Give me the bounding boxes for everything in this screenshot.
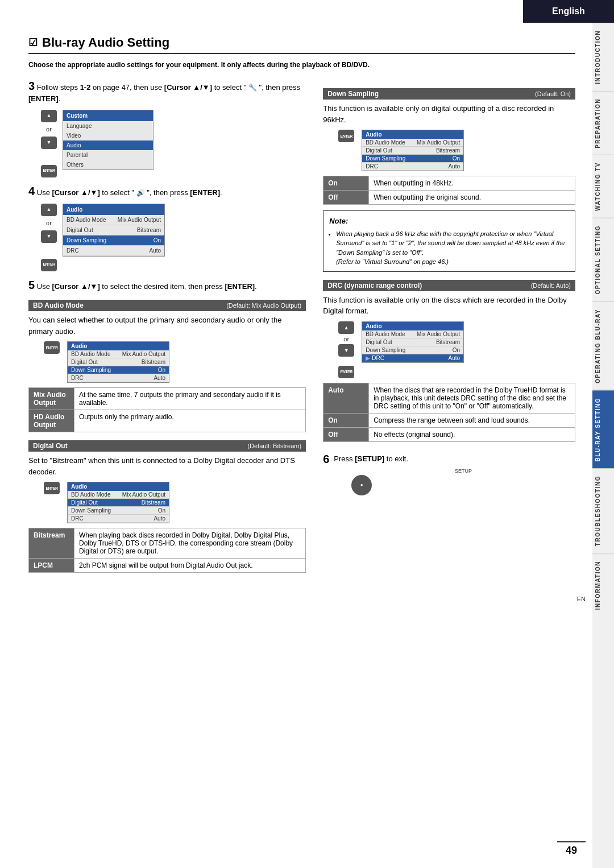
- enter-bd[interactable]: ENTER: [44, 341, 60, 354]
- mix-audio-desc: At the same time, 7 outputs the primary …: [74, 388, 306, 410]
- dig-row4: DRC Auto: [68, 515, 169, 523]
- sidebar-tab-information[interactable]: INFORMATION: [592, 553, 614, 617]
- digital-menu-box: Audio BD Audio Mode Mix Audio Output Dig…: [67, 482, 169, 523]
- enter-drc[interactable]: ENTER: [338, 366, 354, 378]
- sidebar-tab-introduction[interactable]: INTRODUCTION: [592, 23, 614, 91]
- down-drc[interactable]: [338, 344, 354, 357]
- sidebar-tab-optional-setting[interactable]: OPTIONAL SETTING: [592, 218, 614, 301]
- ds-menu-box: Audio BD Audio Mode Mix Audio Output Dig…: [362, 130, 464, 171]
- off-desc: When outputting the original sound.: [369, 191, 575, 205]
- drc-menu-row1: BD Audio Mode Mix Audio Output: [362, 330, 463, 338]
- table-row: Off When outputting the original sound.: [323, 191, 575, 205]
- right-sidebar: INTRODUCTION PREPARATION WATCHING TV OPT…: [592, 0, 614, 868]
- digital-out-desc: Set to "Bitstream" when this unit is con…: [28, 455, 306, 477]
- step3-number: 3: [28, 80, 35, 92]
- digital-out-header: Digital Out (Default: Bitstream): [28, 440, 306, 452]
- bd-audio-mode-default: (Default: Mix Audio Output): [226, 302, 301, 309]
- bitstream-desc: When playing back discs recorded in Dolb…: [74, 528, 306, 559]
- sidebar-tab-bluray-setting[interactable]: BLU-RAY SETTING: [592, 390, 614, 469]
- bd-audio-key: BD Audio Mode: [67, 216, 106, 224]
- bd-remote-side: ENTER: [41, 341, 63, 354]
- bd-audio-mode-desc: You can select whether to output the pri…: [28, 315, 306, 337]
- enter-button-step4[interactable]: ENTER: [41, 259, 57, 271]
- table-row: Mix AudioOutput At the same time, 7 outp…: [29, 388, 306, 410]
- menu-item-parental: Parental: [63, 150, 153, 160]
- col-right: Down Sampling (Default: On) This functio…: [323, 80, 575, 578]
- on-desc: When outputting in 48kHz.: [369, 176, 575, 191]
- enter-digital[interactable]: ENTER: [44, 482, 60, 494]
- bd-row3: Down Sampling On: [68, 366, 169, 374]
- enter-button-step3[interactable]: ENTER: [41, 165, 57, 177]
- digital-out-table: Bitstream When playing back discs record…: [28, 528, 306, 573]
- digital-out-val: Bitstream: [137, 226, 161, 234]
- drc-val: Auto: [149, 246, 161, 255]
- drc-header: DRC (dynamic range control) (Default: Au…: [323, 280, 575, 291]
- up-button-step4[interactable]: [41, 204, 57, 216]
- step5-text: Use [Cursor ▲/▼] to select the desired i…: [37, 282, 257, 291]
- drc-menu-row3: Down Sampling On: [362, 346, 463, 354]
- setup-btn-area: SETUP ●: [351, 468, 575, 495]
- auto-label: Auto: [323, 383, 369, 413]
- down-sampling-table: On When outputting in 48kHz. Off When ou…: [323, 176, 575, 205]
- bd-audio-table: Mix AudioOutput At the same time, 7 outp…: [28, 387, 306, 432]
- down-sampling-label: Down Sampling: [327, 90, 379, 98]
- drc-desc: This function is available only on the d…: [323, 295, 575, 317]
- step4-row: 4 Use [Cursor ▲/▼] to select " 🔊 ", then…: [28, 185, 306, 271]
- audio-menu-title: Audio: [63, 204, 164, 215]
- dig-row3: Down Sampling On: [68, 507, 169, 515]
- note-list: When playing back a 96 kHz disc with the…: [336, 229, 569, 267]
- up-button[interactable]: [41, 110, 57, 122]
- digital-out-key: Digital Out: [67, 226, 93, 234]
- step6-text: Press [SETUP] to exit.: [334, 454, 408, 463]
- bd-row4: DRC Auto: [68, 374, 169, 382]
- col-left: 3 Follow steps 1-2 on page 47, then use …: [28, 80, 306, 578]
- drc-default: (Default: Auto): [531, 282, 571, 289]
- or-label-step4: or: [46, 218, 52, 228]
- down-sampling-val: On: [154, 236, 161, 245]
- sidebar-tab-troubleshooting[interactable]: TROUBLESHOOTING: [592, 468, 614, 553]
- drc-off-desc: No effects (original sound).: [369, 427, 575, 441]
- audio-row-bd: BD Audio Mode Mix Audio Output: [63, 215, 164, 225]
- down-button-step4[interactable]: [41, 230, 57, 243]
- drc-menu-row4: ▶DRC Auto: [362, 354, 463, 362]
- down-button[interactable]: [41, 137, 57, 149]
- table-row: On Compress the range between soft and l…: [323, 413, 575, 427]
- audio-row-digital: Digital Out Bitstream: [63, 225, 164, 235]
- bd-audio-illus: ENTER Audio BD Audio Mode Mix Audio Outp…: [41, 341, 306, 383]
- step3-row: 3 Follow steps 1-2 on page 47, then use …: [28, 80, 306, 177]
- audio-row-drc: DRC Auto: [63, 246, 164, 256]
- up-drc[interactable]: [338, 321, 354, 334]
- or-drc: or: [343, 336, 349, 342]
- or-label: or: [46, 125, 52, 134]
- enter-ds[interactable]: ENTER: [338, 130, 354, 142]
- step3-text: Follow steps 1-2 on page 47, then use [C…: [28, 83, 300, 103]
- bd-audio-menu-box: Audio BD Audio Mode Mix Audio Output Dig…: [67, 341, 169, 383]
- setup-label: SETUP: [351, 468, 575, 474]
- digital-out-label: Digital Out: [33, 442, 68, 450]
- page-title: ☑ Blu-ray Audio Setting: [28, 35, 575, 54]
- menu-item-others: Others: [63, 160, 153, 170]
- dig-row2: Digital Out Bitstream: [68, 499, 169, 507]
- language-label: English: [552, 6, 585, 16]
- digital-remote-side: ENTER: [41, 482, 63, 494]
- table-row: Bitstream When playing back discs record…: [29, 528, 306, 559]
- bd-audio-val: Mix Audio Output: [118, 216, 161, 224]
- remote-col-step4: or ENTER: [41, 204, 57, 271]
- language-bar: English: [523, 0, 614, 23]
- setup-button[interactable]: ●: [351, 475, 372, 495]
- drc-illus: or ENTER Audio BD Audio Mode Mix Audio O…: [335, 321, 575, 378]
- mix-audio-label: Mix AudioOutput: [29, 388, 74, 410]
- bd-audio-mode-header: BD Audio Mode (Default: Mix Audio Output…: [28, 300, 306, 311]
- sidebar-tab-operating-bluray[interactable]: OPERATING BLU-RAY: [592, 301, 614, 390]
- sidebar-tab-watching-tv[interactable]: WATCHING TV: [592, 155, 614, 218]
- down-sampling-default: (Default: On): [535, 90, 571, 97]
- down-sampling-header: Down Sampling (Default: On): [323, 88, 575, 100]
- menu-item-language: Language: [63, 121, 153, 131]
- step4-text: Use [Cursor ▲/▼] to select " 🔊 ", then p…: [37, 188, 222, 197]
- two-col-layout: 3 Follow steps 1-2 on page 47, then use …: [28, 80, 575, 578]
- dig-row1: BD Audio Mode Mix Audio Output: [68, 491, 169, 499]
- ds-remote-side: ENTER: [335, 130, 357, 142]
- drc-off-label: Off: [323, 427, 369, 441]
- sidebar-tab-preparation[interactable]: PREPARATION: [592, 91, 614, 155]
- menu-item-video: Video: [63, 131, 153, 140]
